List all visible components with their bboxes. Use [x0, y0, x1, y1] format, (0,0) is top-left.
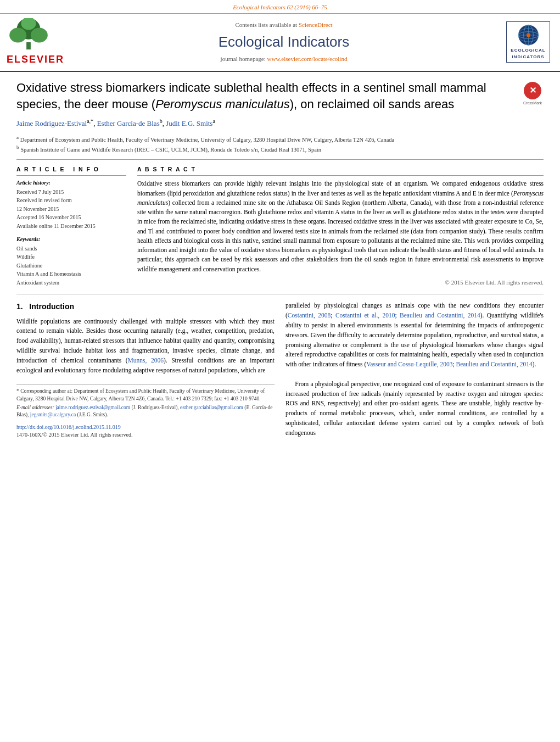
affiliations: a Department of Ecosystem and Public Hea… [16, 134, 544, 154]
article-title-section: Oxidative stress biomarkers indicate sub… [16, 80, 544, 112]
crossmark-circle: ✕ [524, 82, 541, 99]
author-garcia[interactable]: Esther García-de Blas [97, 120, 160, 128]
footnote-section: * Corresponding author at: Department of… [16, 384, 275, 419]
svg-point-3 [31, 27, 48, 42]
abstract-text: Oxidative stress biomarkers can provide … [137, 179, 544, 274]
ref-costantini2008[interactable]: Costantini, 2008 [288, 312, 331, 319]
affiliation-a: a Department of Ecosystem and Public Hea… [16, 134, 544, 144]
received-revised-date: 12 November 2015 [16, 205, 126, 214]
crossmark-label: CrossMark [523, 101, 542, 106]
homepage-link[interactable]: www.elsevier.com/locate/ecolind [267, 55, 348, 62]
crossmark-widget[interactable]: ✕ CrossMark [522, 82, 544, 106]
history-label: Article history: [16, 179, 126, 187]
email-garcia[interactable]: esther.garciabilas@gmail.com [180, 405, 243, 410]
journal-globe-icon [516, 24, 541, 46]
journal-top-bar: Ecological Indicators 62 (2016) 66–75 [0, 0, 560, 14]
keyword-5: Antioxidant system [16, 279, 126, 287]
article-info-heading: A R T I C L E I N F O [16, 165, 126, 176]
introduction-right-col: paralleled by physiological changes as a… [285, 301, 544, 439]
keyword-1: Oil sands [16, 245, 126, 253]
copyright-line: © 2015 Elsevier Ltd. All rights reserved… [137, 278, 544, 287]
products-text: products [285, 410, 307, 416]
svg-point-11 [526, 34, 530, 37]
doi-line[interactable]: http://dx.doi.org/10.1016/j.ecolind.2015… [16, 423, 275, 432]
keywords-label: Keywords: [16, 236, 126, 244]
keyword-3: Glutathione [16, 262, 126, 270]
keyword-2: Wildlife [16, 253, 126, 261]
authors-line: Jaime Rodríguez-Estivala,*, Esther Garcí… [16, 118, 544, 129]
journal-homepage-line: journal homepage: www.elsevier.com/locat… [67, 55, 501, 64]
received-date: Received 7 July 2015 [16, 188, 126, 197]
section-divider [16, 294, 544, 294]
article-title: Oxidative stress biomarkers indicate sub… [16, 80, 516, 112]
journal-logo-area: ECOLOGICALINDICATORS [501, 21, 550, 63]
intro-heading: 1. Introduction [16, 301, 275, 312]
introduction-section: 1. Introduction Wildlife populations are… [16, 301, 544, 439]
author-rodriguez[interactable]: Jaime Rodríguez-Estival [16, 120, 87, 128]
elsevier-logo-area: ELSEVIER [7, 18, 67, 66]
footnote-corresponding: * Corresponding author at: Department of… [16, 388, 275, 403]
elsevier-tree-icon [7, 18, 51, 51]
accepted-date: Accepted 16 November 2015 [16, 214, 126, 222]
contents-available-line: Contents lists available at ScienceDirec… [67, 21, 501, 30]
ref-beaulieu2014b[interactable]: Beaulieu and Costantini, 2014 [456, 361, 532, 367]
intro-body-left: Wildlife populations are continuously ch… [16, 317, 275, 376]
received-revised-label: Received in revised form [16, 197, 126, 205]
article-info-col: A R T I C L E I N F O Article history: R… [16, 165, 126, 287]
ref-vasseur2003[interactable]: Vasseur and Cossu-Lequille, 2003 [366, 361, 452, 367]
abstract-heading: A B S T R A C T [137, 165, 544, 176]
footnote-emails: E-mail addresses: jaime.rodriguez.estiva… [16, 404, 275, 419]
elsevier-logo: ELSEVIER [7, 18, 67, 66]
journal-citation: Ecological Indicators 62 (2016) 66–75 [233, 4, 327, 10]
intro-body-right: paralleled by physiological changes as a… [285, 301, 544, 438]
crossmark-x-icon: ✕ [529, 84, 536, 97]
introduction-left-col: 1. Introduction Wildlife populations are… [16, 301, 275, 439]
journal-logo-box: ECOLOGICALINDICATORS [506, 21, 550, 63]
ref-munns[interactable]: Munns, 2006 [128, 357, 164, 364]
author-smits[interactable]: Judit E.G. Smits [166, 120, 212, 128]
available-online-date: Available online 11 December 2015 [16, 222, 126, 231]
journal-header: ELSEVIER Contents lists available at Sci… [0, 14, 560, 72]
email-smits[interactable]: jegsmits@ucalgary.ca [30, 412, 76, 417]
ref-beaulieu2014[interactable]: Beaulieu and Costantini, 2014 [400, 312, 480, 319]
svg-rect-0 [26, 42, 31, 49]
page: Ecological Indicators 62 (2016) 66–75 EL… [0, 0, 560, 742]
sciencedirect-link[interactable]: ScienceDirect [299, 21, 333, 28]
keywords-section: Keywords: Oil sands Wildlife Glutathione… [16, 236, 126, 287]
keyword-4: Vitamin A and E homeostasis [16, 270, 126, 278]
svg-point-2 [9, 27, 26, 42]
email-rodriguez[interactable]: jaime.rodriguez.estival@gmail.com [55, 405, 130, 410]
abstract-col: A B S T R A C T Oxidative stress biomark… [137, 165, 544, 287]
journal-title: Ecological Indicators [67, 32, 501, 53]
journal-logo-text: ECOLOGICALINDICATORS [511, 47, 545, 60]
ref-costantini2010[interactable]: Costantini et al., 2010 [335, 312, 395, 319]
article-info-abstract-section: A R T I C L E I N F O Article history: R… [16, 159, 544, 287]
elsevier-brand-text: ELSEVIER [7, 52, 64, 66]
issn-line: 1470-160X/© 2015 Elsevier Ltd. All right… [16, 431, 275, 439]
affiliation-b: b Spanish Institute of Game and Wildlife… [16, 144, 544, 154]
article-content: Oxidative stress biomarkers indicate sub… [0, 72, 560, 445]
journal-header-center: Contents lists available at ScienceDirec… [67, 21, 501, 64]
doi-link[interactable]: http://dx.doi.org/10.1016/j.ecolind.2015… [16, 424, 121, 430]
